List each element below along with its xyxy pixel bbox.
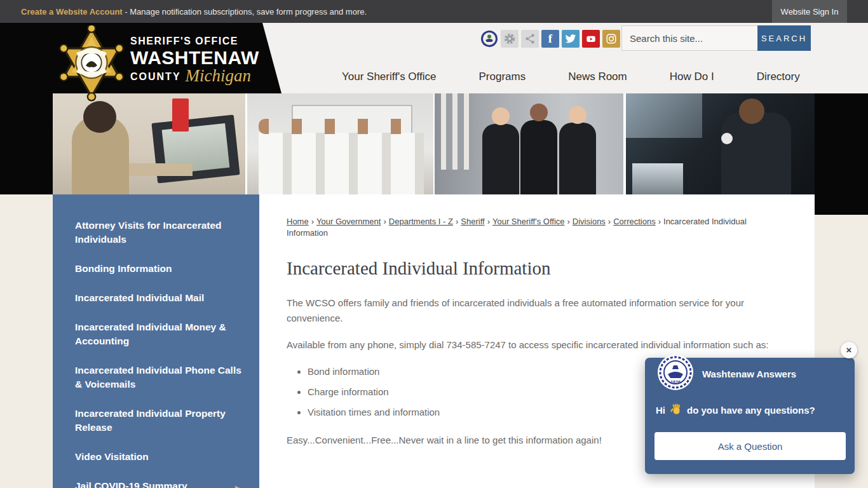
photo-decoration (83, 101, 116, 133)
chat-greeting-suffix: do you have any questions? (687, 405, 815, 416)
photo-decoration (520, 120, 557, 194)
sidebar-item-phone-calls-voicemails[interactable]: Incarcerated Individual Phone Calls & Vo… (75, 363, 241, 391)
create-account-link[interactable]: Create a Website Account (21, 7, 123, 17)
breadcrumb-divisions[interactable]: Divisions (573, 217, 606, 226)
photo-decoration (172, 98, 189, 132)
page: Create a Website Account - Manage notifi… (0, 0, 868, 488)
sidebar-item-label: Incarcerated Individual Phone Calls & Vo… (75, 363, 241, 391)
photo-decoration (626, 93, 702, 138)
website-sign-in-button[interactable]: Website Sign In (772, 0, 847, 23)
nav-programs[interactable]: Programs (478, 71, 526, 83)
utility-bar-text: - Manage notification subscriptions, sav… (123, 7, 367, 17)
breadcrumb-separator: › (608, 217, 611, 226)
breadcrumb-your-sheriffs-office[interactable]: Your Sheriff's Office (492, 217, 565, 226)
breadcrumb-separator: › (567, 217, 570, 226)
photo-decoration (259, 119, 424, 134)
youtube-icon[interactable] (582, 30, 600, 48)
photo-decoration (721, 133, 733, 144)
photo-decoration (129, 163, 193, 176)
logo-line-county: COUNTY (130, 71, 181, 83)
sidebar-item-label: Incarcerated Individual Mail (75, 291, 204, 305)
breadcrumb-separator: › (487, 217, 490, 226)
search-input[interactable] (621, 25, 757, 51)
breadcrumb-home[interactable]: Home (287, 217, 309, 226)
sidebar-item-jail-covid-summary[interactable]: Jail COVID-19 Summary ► (75, 479, 241, 488)
sidebar-item-label: Bonding Information (75, 262, 172, 276)
sidebar-item-video-visitation[interactable]: Video Visitation (75, 450, 241, 464)
twitter-icon[interactable] (562, 30, 580, 48)
breadcrumb: Home›Your Government›Departments I - Z›S… (287, 216, 747, 239)
banner-photo-three-officers (435, 93, 623, 194)
banner-photo-officer-in-car (626, 93, 815, 194)
settings-gear-icon[interactable] (501, 30, 519, 48)
phone-paragraph: Available from any phone, simply dial 73… (287, 337, 785, 353)
photo-decoration (632, 163, 683, 194)
breadcrumb-your-government[interactable]: Your Government (316, 217, 381, 226)
utility-bar: Create a Website Account - Manage notifi… (0, 0, 868, 23)
intro-paragraph: The WCSO offers family and friends of in… (287, 295, 785, 326)
nav-news-room[interactable]: News Room (568, 71, 627, 83)
breadcrumb-separator: › (383, 217, 386, 226)
breadcrumb-separator: › (456, 217, 458, 226)
county-seal-icon[interactable] (480, 30, 498, 48)
logo-line-sheriffs-office: SHERIFF'S OFFICE (130, 36, 259, 47)
breadcrumb-separator: › (658, 217, 661, 226)
breadcrumb-sheriff[interactable]: Sheriff (461, 217, 484, 226)
header-social-row: f (480, 30, 620, 48)
instagram-icon[interactable] (602, 30, 620, 48)
site-header: SHERIFF'S OFFICE WASHTENAW COUNTY Michig… (0, 23, 868, 93)
facebook-icon[interactable]: f (541, 30, 559, 48)
banner-black-extension (815, 194, 868, 215)
main-nav: Your Sheriff's Office Programs News Room… (342, 60, 800, 93)
photo-decoration (441, 93, 473, 170)
sidebar-item-label: Jail COVID-19 Summary (75, 479, 187, 488)
photo-decoration (530, 104, 548, 121)
site-search: SEARCH (621, 25, 811, 51)
photo-decoration (721, 112, 791, 194)
breadcrumb-corrections[interactable]: Corrections (613, 217, 655, 226)
sidebar-item-label: Incarcerated Individual Property Release (75, 407, 241, 435)
sidebar-item-property-release[interactable]: Incarcerated Individual Property Release (75, 407, 241, 435)
sidebar-item-label: Attorney Visits for Incarcerated Individ… (75, 219, 241, 247)
share-icon[interactable] (521, 30, 539, 48)
nav-how-do-i[interactable]: How Do I (670, 71, 714, 83)
logo-script-michigan: Michigan (186, 66, 251, 86)
chat-widget: 1826 Washtenaw Answers Hi do you have an… (645, 358, 855, 474)
svg-text:1826: 1826 (670, 380, 681, 384)
photo-decoration (569, 106, 587, 124)
logo-line-washtenaw: WASHTENAW (130, 47, 259, 69)
photo-decoration (559, 123, 596, 194)
sidebar-item-attorney-visits[interactable]: Attorney Visits for Incarcerated Individ… (75, 219, 241, 247)
chat-greeting-prefix: Hi (656, 405, 665, 416)
sidebar-item-money-accounting[interactable]: Incarcerated Individual Money & Accounti… (75, 320, 241, 348)
sidebar-item-bonding-information[interactable]: Bonding Information (75, 262, 241, 276)
left-sidebar-menu: Attorney Visits for Incarcerated Individ… (53, 194, 259, 488)
sheriff-badge-logo (56, 25, 127, 105)
photo-decoration (482, 124, 519, 194)
sidebar-item-label: Video Visitation (75, 450, 149, 464)
breadcrumb-separator: › (311, 217, 314, 226)
photo-decoration (259, 133, 424, 194)
nav-directory[interactable]: Directory (757, 71, 800, 83)
photo-banner (0, 93, 868, 194)
waving-hand-icon (670, 403, 682, 416)
chat-title: Washtenaw Answers (702, 369, 796, 379)
breadcrumb-departments[interactable]: Departments I - Z (389, 217, 453, 226)
submenu-arrow-icon: ► (233, 481, 241, 488)
banner-photo-lab-coat-group (247, 93, 433, 194)
sidebar-item-incarcerated-mail[interactable]: Incarcerated Individual Mail (75, 291, 241, 305)
sidebar-item-label: Incarcerated Individual Money & Accounti… (75, 320, 241, 348)
washtenaw-county-seal-icon: 1826 (657, 354, 694, 391)
chat-greeting: Hi do you have any questions? (656, 403, 815, 416)
chat-close-icon[interactable]: × (841, 342, 857, 358)
photo-decoration (739, 98, 764, 124)
photo-decoration (492, 107, 510, 125)
banner-photo-deputy-at-computer (53, 93, 245, 194)
site-logo-text[interactable]: SHERIFF'S OFFICE WASHTENAW COUNTY Michig… (130, 36, 259, 86)
page-title: Incarcerated Individual Information (287, 258, 785, 279)
ask-a-question-button[interactable]: Ask a Question (654, 432, 846, 460)
search-button[interactable]: SEARCH (757, 25, 811, 51)
nav-your-sheriffs-office[interactable]: Your Sheriff's Office (342, 71, 436, 83)
